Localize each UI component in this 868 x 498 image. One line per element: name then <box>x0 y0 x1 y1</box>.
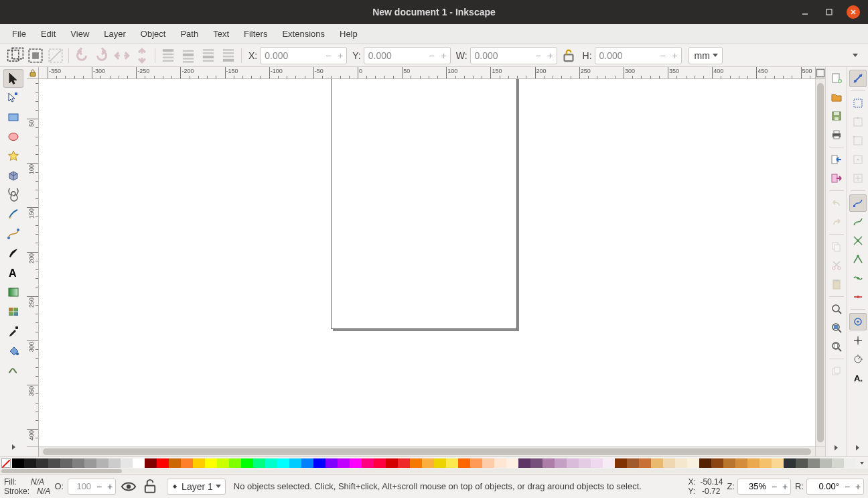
swatch[interactable] <box>663 458 675 468</box>
print-icon[interactable] <box>828 126 845 143</box>
rotate-ccw-icon[interactable] <box>73 47 90 64</box>
swatch[interactable] <box>48 458 60 468</box>
snap-bbox-icon[interactable] <box>849 95 867 112</box>
swatch[interactable] <box>108 458 121 468</box>
swatch[interactable] <box>145 458 157 468</box>
dropper-tool[interactable] <box>3 322 23 340</box>
swatch[interactable] <box>277 458 289 468</box>
zoom-input[interactable]: −+ <box>737 479 791 495</box>
zoom-drawing-icon[interactable] <box>828 319 845 336</box>
swatch[interactable] <box>253 458 265 468</box>
copy-icon[interactable] <box>828 238 845 255</box>
snap-bbox-edge-icon[interactable] <box>849 113 867 131</box>
bezier-tool[interactable] <box>3 225 23 243</box>
deselect-icon[interactable] <box>47 47 64 64</box>
swatch[interactable] <box>265 458 277 468</box>
ellipse-tool[interactable] <box>3 127 23 146</box>
swatch[interactable] <box>72 458 84 468</box>
cut-icon[interactable] <box>828 257 845 274</box>
snap-rotation-icon[interactable] <box>849 351 867 368</box>
selector-tool[interactable] <box>3 69 23 88</box>
swatch[interactable] <box>338 458 350 468</box>
menu-view[interactable]: View <box>64 25 96 42</box>
enable-snapping-icon[interactable] <box>849 70 867 87</box>
vertical-ruler[interactable]: -50050100150200250300350400450 <box>27 79 39 446</box>
snap-text-icon[interactable]: A <box>849 369 867 387</box>
swatch[interactable] <box>530 458 542 468</box>
y-input[interactable]: −+ <box>364 47 451 64</box>
swatch[interactable] <box>639 458 651 468</box>
swatch[interactable] <box>301 458 313 468</box>
swatch[interactable] <box>193 458 205 468</box>
snap-center-icon[interactable] <box>849 332 867 349</box>
swatch[interactable] <box>398 458 410 468</box>
snap-smooth-icon[interactable] <box>849 269 867 287</box>
swatch[interactable] <box>567 458 579 468</box>
mesh-tool[interactable] <box>3 302 23 321</box>
swatch[interactable] <box>542 458 555 468</box>
swatch[interactable] <box>386 458 398 468</box>
raise-top-icon[interactable] <box>159 47 177 64</box>
menu-filters[interactable]: Filters <box>237 25 274 42</box>
swatch[interactable] <box>326 458 338 468</box>
swatch[interactable] <box>591 458 603 468</box>
swatch[interactable] <box>458 458 470 468</box>
horizontal-ruler[interactable]: -350-300-250-200-150-100-500501001502002… <box>39 67 815 79</box>
flip-horizontal-icon[interactable] <box>113 47 131 64</box>
swatch[interactable] <box>482 458 494 468</box>
pencil-tool[interactable] <box>3 205 23 224</box>
lower-bottom-icon[interactable] <box>220 47 237 64</box>
minimize-button[interactable] <box>798 5 812 19</box>
no-color-swatch[interactable] <box>1 458 11 468</box>
tweak-tool[interactable] <box>3 361 23 379</box>
swatch[interactable] <box>760 458 772 468</box>
snap-path-icon[interactable] <box>849 213 867 231</box>
lower-icon[interactable] <box>200 47 217 64</box>
swatch[interactable] <box>229 458 241 468</box>
maximize-button[interactable] <box>822 5 836 19</box>
swatch[interactable] <box>615 458 627 468</box>
menu-layer[interactable]: Layer <box>97 25 133 42</box>
swatch[interactable] <box>699 458 711 468</box>
snap-others-icon[interactable] <box>849 313 867 330</box>
redo-icon[interactable] <box>828 213 845 231</box>
swatch[interactable] <box>772 458 784 468</box>
snap-bbox-corner-icon[interactable] <box>849 132 867 149</box>
gradient-tool[interactable] <box>3 283 23 302</box>
swatch[interactable] <box>820 458 832 468</box>
swatch[interactable] <box>12 458 24 468</box>
swatch[interactable] <box>24 458 36 468</box>
swatch[interactable] <box>434 458 446 468</box>
toolbox-expand[interactable] <box>3 440 23 454</box>
swatch[interactable] <box>711 458 723 468</box>
swatch[interactable] <box>36 458 48 468</box>
fill-stroke-indicator[interactable]: Fill: N/A Stroke: N/A <box>4 477 50 496</box>
swatch[interactable] <box>84 458 96 468</box>
swatch[interactable] <box>808 458 820 468</box>
box3d-tool[interactable] <box>3 166 23 185</box>
snap-nodes-icon[interactable] <box>849 194 867 212</box>
swatch[interactable] <box>735 458 747 468</box>
menu-file[interactable]: File <box>5 25 33 42</box>
swatch[interactable] <box>832 458 844 468</box>
swatch[interactable] <box>157 458 169 468</box>
layer-visibility-icon[interactable] <box>120 478 137 495</box>
spiral-tool[interactable] <box>3 186 23 204</box>
w-input[interactable]: −+ <box>470 47 557 64</box>
swatch[interactable] <box>350 458 362 468</box>
import-icon[interactable] <box>828 151 845 168</box>
swatch[interactable] <box>313 458 326 468</box>
swatch[interactable] <box>675 458 687 468</box>
canvas[interactable] <box>39 79 815 446</box>
layer-lock-icon[interactable] <box>141 478 159 495</box>
close-button[interactable] <box>847 5 860 19</box>
swatch[interactable] <box>579 458 591 468</box>
menu-path[interactable]: Path <box>173 25 205 42</box>
swatch[interactable] <box>603 458 615 468</box>
select-all-icon[interactable] <box>27 47 44 64</box>
swatch[interactable] <box>422 458 434 468</box>
open-icon[interactable] <box>828 88 845 106</box>
swatch[interactable] <box>121 458 133 468</box>
menu-edit[interactable]: Edit <box>34 25 62 42</box>
swatch[interactable] <box>506 458 518 468</box>
